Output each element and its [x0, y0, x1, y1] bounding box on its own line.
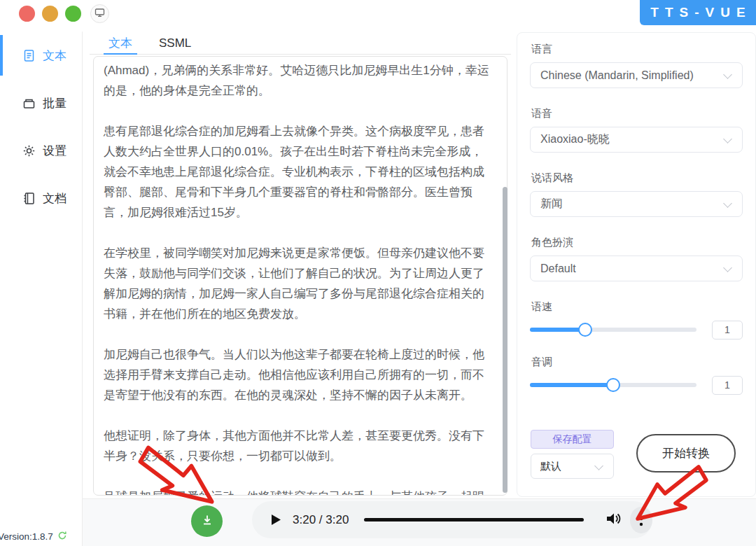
style-label: 说话风格: [531, 172, 743, 185]
maximize-button[interactable]: [65, 6, 81, 22]
speed-slider-fill: [530, 328, 585, 332]
volume-icon: [605, 511, 622, 529]
voice-group: 语音 Xiaoxiao-晓晓: [530, 107, 743, 153]
progress-bar: [364, 518, 584, 522]
download-button[interactable]: [191, 505, 223, 537]
audio-player: 3:20 / 3:20: [252, 501, 652, 538]
chevron-down-icon: [594, 461, 603, 470]
sidebar-item-settings[interactable]: 设置: [0, 127, 82, 174]
sidebar-item-batch[interactable]: 批量: [0, 79, 82, 127]
tab-text[interactable]: 文本: [108, 32, 132, 54]
check-update-icon[interactable]: [57, 531, 67, 542]
voice-select[interactable]: Xiaoxiao-晓晓: [530, 127, 743, 153]
tts-vue-window: TTS-VUE 文本 批量 设置 文档 Ver: [0, 0, 756, 546]
sidebar-item-label: 文档: [43, 190, 66, 206]
sidebar-item-text[interactable]: 文本: [0, 31, 82, 79]
editor-tabs: 文本 SSML: [90, 32, 511, 55]
role-select[interactable]: Default: [530, 255, 743, 281]
file-text-icon: [22, 49, 36, 62]
action-row: 保存配置 默认 开始转换: [531, 430, 736, 479]
more-menu-button[interactable]: [630, 507, 652, 533]
playback-time: 3:20 / 3:20: [293, 513, 349, 527]
notebook-icon: [22, 192, 36, 205]
chevron-down-icon: [723, 134, 732, 144]
tab-ssml[interactable]: SSML: [159, 32, 191, 54]
sidebar-item-docs[interactable]: 文档: [0, 174, 82, 222]
chevron-down-icon: [723, 263, 732, 272]
speed-slider[interactable]: [530, 328, 696, 332]
monitor-icon: [94, 8, 105, 20]
sidebar-item-label: 文本: [43, 48, 66, 64]
minimize-button[interactable]: [42, 6, 58, 22]
pitch-label: 音调: [531, 356, 743, 369]
pitch-slider-handle[interactable]: [606, 378, 620, 392]
settings-panel: 语言 Chinese (Mandarin, Simplified) 语音 Xia…: [517, 32, 756, 497]
titlebar: TTS-VUE: [0, 0, 756, 31]
text-input-area[interactable]: (Ahmad)，兄弟俩的关系非常好。艾哈迈德只比加尼姆早出生1分钟，幸运的是，他…: [93, 56, 507, 496]
progress-track[interactable]: [364, 518, 584, 522]
speed-slider-handle[interactable]: [578, 323, 592, 337]
style-select[interactable]: 新闻: [530, 191, 743, 217]
language-label: 语言: [531, 43, 743, 56]
language-group: 语言 Chinese (Mandarin, Simplified): [530, 43, 743, 88]
gear-icon: [22, 144, 36, 158]
play-button[interactable]: [271, 514, 281, 526]
speed-label: 语速: [531, 300, 743, 314]
pitch-slider-fill: [530, 383, 613, 387]
close-button[interactable]: [19, 6, 35, 22]
editor-panel: 文本 SSML (Ahmad)，兄弟俩的关系非常好。艾哈迈德只比加尼姆早出生1分…: [90, 32, 511, 497]
role-group: 角色扮演 Default: [530, 236, 743, 281]
start-convert-button[interactable]: 开始转换: [636, 434, 736, 472]
role-label: 角色扮演: [531, 236, 743, 249]
preset-select[interactable]: 默认: [531, 454, 614, 479]
sidebar: 文本 批量 设置 文档 Version:1.8.7: [0, 31, 83, 546]
download-icon: [200, 513, 214, 530]
pitch-value-input[interactable]: 1: [712, 376, 743, 395]
chevron-down-icon: [723, 70, 732, 79]
language-select[interactable]: Chinese (Mandarin, Simplified): [530, 62, 743, 88]
sidebar-item-label: 设置: [43, 143, 66, 159]
kebab-menu-icon: [639, 511, 643, 529]
scrollbar-thumb[interactable]: [503, 187, 507, 493]
chevron-down-icon: [723, 199, 732, 208]
speed-value-input[interactable]: 1: [712, 321, 743, 340]
style-group: 说话风格 新闻: [530, 172, 743, 217]
app-logo: TTS-VUE: [640, 0, 756, 25]
voice-label: 语音: [531, 107, 743, 120]
speed-group: 语速 1: [530, 300, 743, 340]
archive-box-icon: [22, 97, 36, 110]
screen-button[interactable]: [90, 4, 109, 23]
volume-button[interactable]: [605, 511, 622, 529]
version-label: Version:1.8.7: [0, 531, 67, 542]
pitch-group: 音调 1: [530, 356, 743, 395]
save-config-button[interactable]: 保存配置: [531, 430, 614, 449]
pitch-slider[interactable]: [530, 383, 696, 387]
sidebar-item-label: 批量: [43, 95, 66, 111]
